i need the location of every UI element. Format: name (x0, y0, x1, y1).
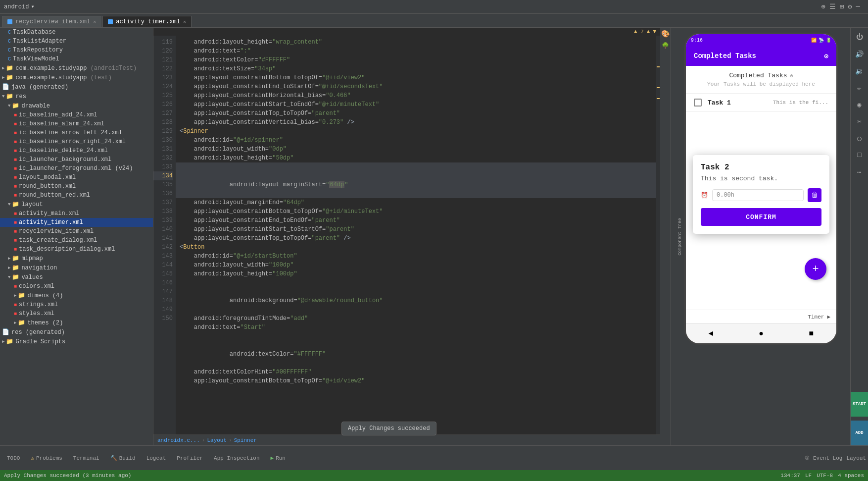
palette-icon[interactable]: 🎨 (661, 30, 670, 38)
paint-icon[interactable]: ✏ (853, 81, 866, 94)
sidebar-item-task-create-dialog[interactable]: ■ task_create_dialog.xml (0, 236, 153, 245)
start-label: START (853, 402, 866, 407)
layout-label[interactable]: Layout (846, 455, 866, 461)
code-line-125: app:layout_constraintHorizontal_bias="0.… (176, 91, 656, 100)
sidebar-item-ic-baseline-add[interactable]: ■ ic_baseline_add_24.xml (0, 110, 153, 119)
code-lines[interactable]: android:layout_height="wrap_content" and… (176, 36, 656, 434)
sidebar-item-mipmap[interactable]: ▶ 📁 mipmap (0, 254, 153, 263)
task-item-1[interactable]: Task 1 This is the fi... (686, 94, 836, 112)
task-name-1: Task 1 (708, 99, 773, 107)
phone-fab[interactable]: + (805, 258, 826, 280)
sidebar-item-styles[interactable]: ■ styles.xml (0, 309, 153, 318)
breadcrumb-part-1[interactable]: androidx.c... (157, 437, 200, 443)
list-icon[interactable]: ☰ (829, 2, 836, 11)
sidebar-item-round-button[interactable]: ■ round_button.xml (0, 182, 153, 191)
sidebar-item-taskviewmodel[interactable]: C TaskViewModel (0, 54, 153, 63)
tab-recyclerview[interactable]: recyclerview_item.xml ✕ (2, 16, 101, 27)
sidebar-item-layout-modal[interactable]: ■ layout_modal.xml (0, 173, 153, 182)
nav-recents[interactable]: ■ (809, 329, 814, 338)
split-icon[interactable]: ⊞ (840, 2, 844, 11)
code-line-148: ■ android:textColor="#FFFFFF" (176, 332, 656, 368)
sidebar-item-ic-launcher-background[interactable]: ■ ic_launcher_background.xml (0, 155, 153, 164)
component-tree-label: Component Tree (677, 218, 682, 256)
more-icon[interactable]: ⋯ (853, 165, 866, 178)
warning-nav-down[interactable]: ▼ (653, 29, 656, 35)
app-title: Completed Tasks (694, 52, 756, 60)
warning-bar: ▲ 7 ▲ ▼ (153, 28, 660, 36)
warning-nav-up[interactable]: ▲ (647, 29, 650, 35)
code-editor: ▲ 7 ▲ ▼ 119120121122123 124125126127128 … (153, 28, 660, 445)
bottom-tab-problems[interactable]: ⚠ Problems (26, 453, 67, 463)
breadcrumb-part-3[interactable]: Spinner (234, 437, 257, 443)
bottom-tab-appinspection[interactable]: App Inspection (209, 453, 264, 463)
event-log-label[interactable]: ① Event Log (805, 455, 842, 461)
bottom-tab-build[interactable]: 🔨 Build (105, 453, 141, 463)
sidebar-item-colors-xml[interactable]: ■ colors.xml (0, 282, 153, 291)
breadcrumb-part-2[interactable]: Layout (207, 437, 227, 443)
bottom-tab-profiler[interactable]: Profiler (172, 453, 208, 463)
sidebar-item-tasklistadapter[interactable]: C TaskListAdapter (0, 37, 153, 46)
sidebar-item-themes[interactable]: ▶ 📁 themes (2) (0, 318, 153, 327)
start-button[interactable]: START (851, 392, 868, 417)
timer-play-icon[interactable]: ▶ (827, 314, 830, 320)
sidebar-item-values[interactable]: ▼ 📁 values (0, 272, 153, 282)
sidebar-item-round-button-red[interactable]: ■ round_button_red.xml (0, 191, 153, 200)
add-button[interactable]: ADD (851, 421, 868, 445)
resize-icon[interactable]: □ (853, 149, 866, 161)
volume-down-icon[interactable]: 🔉 (853, 64, 866, 77)
sidebar-item-ic-baseline-arrow-right[interactable]: ■ ic_baseline_arrow_right_24.xml (0, 137, 153, 146)
bottom-tab-logcat[interactable]: Logcat (142, 453, 171, 463)
component-tree-icon[interactable]: 🌳 (662, 42, 669, 50)
platform-selector[interactable]: android ▾ (4, 3, 35, 10)
battery-icon: 🔋 (826, 38, 831, 43)
sidebar-item-drawable[interactable]: ▼ 📁 drawable (0, 101, 153, 110)
dialog-time-input[interactable]: 0.00h (712, 189, 804, 201)
rotate-icon[interactable]: ◯ (853, 132, 866, 145)
power-icon[interactable]: ⏻ (853, 31, 866, 44)
sidebar-item-ic-launcher-foreground[interactable]: ■ ic_launcher_foreground.xml (v24) (0, 164, 153, 173)
sidebar-item-com-androidtest[interactable]: ▶ 📁 com.example.studyapp (androidTest) (0, 63, 153, 73)
task-checkbox-1[interactable] (694, 99, 702, 107)
sidebar-item-taskrepository[interactable]: C TaskRepository (0, 46, 153, 54)
sidebar-item-activity-main[interactable]: ■ activity_main.xml (0, 209, 153, 218)
sidebar-item-layout-folder[interactable]: ▼ 📁 layout (0, 200, 153, 209)
sidebar-item-com-test[interactable]: ▶ 📁 com.example.studyapp (test) (0, 73, 153, 82)
settings-icon[interactable]: ⚙ (848, 2, 852, 11)
toast-message: Apply Changes succeeded (348, 425, 430, 432)
sidebar-item-task-description-dialog[interactable]: ■ task_description_dialog.xml (0, 245, 153, 254)
tab-close-timer[interactable]: ✕ (183, 19, 186, 25)
sidebar: C TaskDatabase C TaskListAdapter C TaskR… (0, 28, 153, 445)
sidebar-item-taskdatabase[interactable]: C TaskDatabase (0, 28, 153, 37)
sidebar-item-ic-baseline-arrow-left[interactable]: ■ ic_baseline_arrow_left_24.xml (0, 128, 153, 137)
nav-home[interactable]: ● (759, 329, 764, 338)
sidebar-item-ic-baseline-delete[interactable]: ■ ic_baseline_delete_24.xml (0, 146, 153, 155)
code-line-136: app:layout_constraintBottom_toTopOf="@+i… (176, 207, 656, 216)
minimize-icon[interactable]: — (856, 2, 860, 11)
sidebar-item-strings[interactable]: ■ strings.xml (0, 300, 153, 309)
volume-up-icon[interactable]: 🔊 (853, 48, 866, 60)
sidebar-item-activity-timer[interactable]: ■ activity_timer.xml (0, 218, 153, 227)
cut-icon[interactable]: ✂ (853, 115, 866, 128)
sidebar-item-java-generated[interactable]: 📄 java (generated) (0, 82, 153, 92)
sidebar-item-ic-baseline-alarm[interactable]: ■ ic_baseline_alarm_24.xml (0, 119, 153, 128)
bottom-tab-terminal[interactable]: Terminal (68, 453, 104, 463)
sidebar-item-navigation[interactable]: ▶ 📁 navigation (0, 263, 153, 272)
sidebar-item-res[interactable]: ▼ 📁 res (0, 92, 153, 101)
sidebar-item-recyclerview-item[interactable]: ■ recyclerview_item.xml (0, 227, 153, 236)
dialog-confirm-button[interactable]: CONFIRM (701, 208, 821, 226)
sidebar-item-res-generated[interactable]: 📄 res (generated) (0, 327, 153, 337)
nav-back[interactable]: ◄ (709, 329, 714, 338)
code-line-147: android:text="Start" (176, 323, 656, 332)
globe-icon[interactable]: ⊕ (821, 2, 825, 11)
sidebar-item-gradle-scripts[interactable]: ▶ 📁 Gradle Scripts (0, 337, 153, 346)
sidebar-item-dimens[interactable]: ▶ 📁 dimens (4) (0, 291, 153, 300)
refresh-icon[interactable]: ◉ (853, 98, 866, 111)
code-line-132: android:layout_width="0dp" (176, 145, 656, 154)
tab-activity-timer[interactable]: activity_timer.xml ✕ (102, 16, 192, 27)
tab-close-recyclerview[interactable]: ✕ (93, 19, 96, 25)
dialog-delete-button[interactable]: 🗑 (808, 188, 821, 202)
bottom-tab-todo[interactable]: TODO (2, 453, 25, 463)
bottom-tab-run[interactable]: ▶ Run (266, 453, 290, 463)
completed-tasks-section: Completed Tasks ⊙ Your Tasks will be dis… (686, 66, 836, 94)
warning-count[interactable]: ▲ 7 (634, 29, 644, 35)
